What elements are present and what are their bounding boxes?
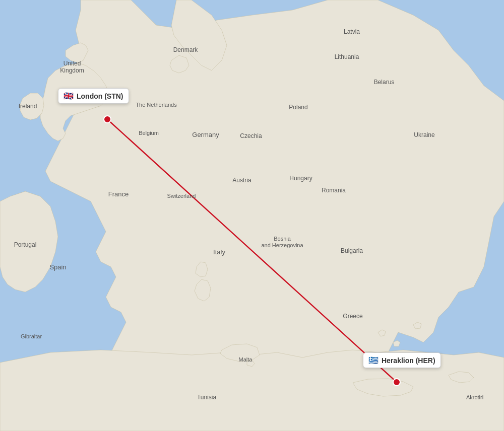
london-dot: [104, 116, 111, 123]
country-label-poland: Poland: [289, 104, 307, 111]
london-airport-name: London (STN): [77, 92, 123, 100]
country-label-latvia: Latvia: [344, 28, 360, 35]
country-label-spain: Spain: [49, 263, 66, 271]
svg-text:Kingdom: Kingdom: [60, 67, 84, 74]
country-label-france: France: [108, 190, 129, 198]
country-label-ireland: Ireland: [19, 103, 37, 110]
country-label-hungary: Hungary: [289, 175, 312, 182]
heraklion-airport-name: Heraklion (HER): [382, 356, 435, 365]
country-label-netherlands: The Netherlands: [136, 102, 177, 108]
london-airport-label: 🇬🇧 London (STN): [58, 88, 129, 104]
country-label-akrotiri: Akrotiri: [466, 394, 483, 400]
country-label-belarus: Belarus: [374, 79, 395, 86]
heraklion-dot: [393, 379, 400, 386]
country-label-germany: Germany: [192, 131, 219, 138]
country-label-belgium: Belgium: [139, 130, 159, 136]
country-label-bulgaria: Bulgaria: [341, 247, 363, 254]
country-label-ukraine: Ukraine: [414, 131, 435, 138]
country-label-bosnia1: Bosnia: [274, 236, 291, 242]
country-label-denmark: Denmark: [173, 46, 199, 53]
heraklion-airport-label: 🇬🇷 Heraklion (HER): [363, 352, 441, 368]
country-label-austria: Austria: [232, 177, 251, 184]
country-label-switzerland: Switzerland: [167, 193, 196, 199]
country-label-lithuania: Lithuania: [335, 53, 359, 60]
country-label-uk: United: [64, 60, 81, 67]
country-label-italy: Italy: [213, 248, 225, 256]
country-label-gibraltar: Gibraltar: [21, 333, 42, 339]
country-label-bosnia2: and Herzegovina: [261, 242, 303, 248]
map-container: United Kingdom Ireland The Netherlands B…: [0, 0, 504, 431]
country-label-malta: Malta: [239, 356, 253, 363]
london-flag: 🇬🇧: [64, 91, 74, 101]
country-label-romania: Romania: [322, 187, 346, 194]
country-label-greece: Greece: [343, 313, 363, 320]
country-label-tunisia: Tunisia: [197, 394, 217, 401]
heraklion-flag: 🇬🇷: [368, 355, 379, 365]
country-label-portugal: Portugal: [14, 241, 37, 248]
country-label-czechia: Czechia: [240, 132, 262, 139]
